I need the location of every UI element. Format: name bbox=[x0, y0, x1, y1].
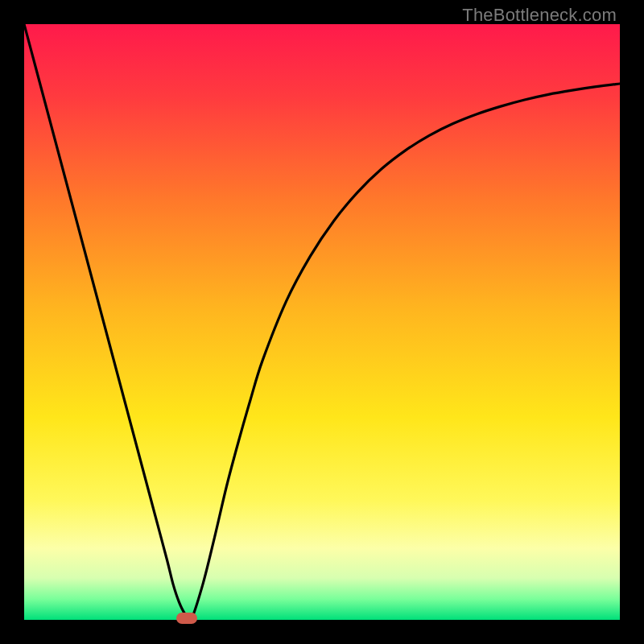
plot-area bbox=[24, 24, 620, 620]
watermark-text: TheBottleneck.com bbox=[462, 5, 617, 26]
chart-frame: TheBottleneck.com bbox=[0, 0, 644, 644]
optimal-point-marker bbox=[176, 613, 197, 624]
bottleneck-curve bbox=[24, 24, 620, 620]
